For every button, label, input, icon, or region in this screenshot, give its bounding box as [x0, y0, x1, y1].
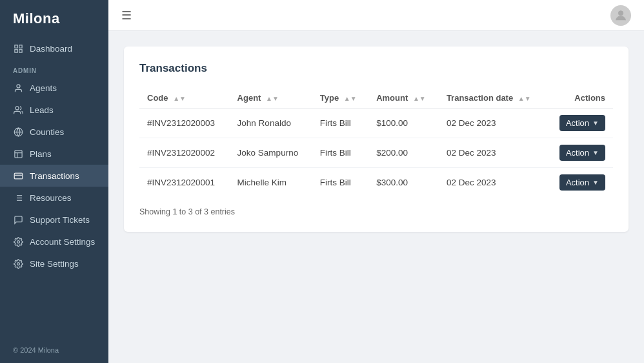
cell-type-0: Firts Bill [312, 109, 368, 138]
cell-type-2: Firts Bill [312, 168, 368, 198]
col-code: Code ▲▼ [139, 88, 230, 109]
svg-rect-7 [14, 150, 21, 157]
counties-icon [13, 127, 23, 137]
sidebar: Milona Dashboard Admin Agents Leads Coun… [0, 0, 108, 363]
svg-rect-3 [19, 49, 21, 52]
sidebar-item-transactions[interactable]: Transactions [0, 165, 108, 187]
sidebar-item-counties[interactable]: Counties [0, 121, 108, 143]
sidebar-item-dashboard[interactable]: Dashboard [0, 37, 108, 59]
sort-icon-agent[interactable]: ▲▼ [266, 95, 279, 102]
svg-rect-0 [14, 45, 17, 47]
cell-code-0: #INV2312020003 [139, 109, 230, 138]
cell-agent-0: John Ronaldo [230, 109, 312, 138]
sidebar-item-plans-label: Plans [30, 149, 52, 159]
plans-icon [13, 149, 23, 159]
account-settings-icon [13, 236, 23, 247]
agents-icon [13, 83, 23, 93]
content: Transactions Code ▲▼ Agent ▲▼ Type [108, 31, 644, 363]
sidebar-item-resources-label: Resources [30, 193, 72, 203]
dashboard-icon [13, 43, 23, 54]
sidebar-item-plans[interactable]: Plans [0, 143, 108, 165]
action-button-0[interactable]: Action ▼ [559, 115, 605, 131]
action-button-2[interactable]: Action ▼ [559, 174, 605, 191]
sidebar-item-agents[interactable]: Agents [0, 77, 108, 99]
transactions-icon [13, 171, 23, 181]
sidebar-item-dashboard-label: Dashboard [30, 44, 72, 54]
table-row: #INV2312020002 Joko Sampurno Firts Bill … [139, 138, 613, 168]
hamburger-button[interactable]: ☰ [121, 8, 132, 23]
sort-icon-amount[interactable]: ▲▼ [413, 95, 426, 102]
svg-rect-1 [19, 45, 21, 47]
avatar[interactable] [610, 5, 631, 26]
cell-amount-1: $200.00 [368, 138, 439, 168]
transactions-card: Transactions Code ▲▼ Agent ▲▼ Type [124, 47, 629, 232]
cell-date-2: 02 Dec 2023 [439, 168, 547, 198]
sidebar-item-support-tickets-label: Support Tickets [30, 215, 90, 225]
action-dropdown-arrow-1: ▼ [592, 149, 599, 156]
sort-icon-code[interactable]: ▲▼ [173, 95, 186, 102]
cell-date-0: 02 Dec 2023 [439, 109, 547, 138]
cell-amount-2: $300.00 [368, 168, 439, 198]
col-amount: Amount ▲▼ [368, 88, 439, 109]
cell-actions-1: Action ▼ [547, 138, 613, 168]
cell-agent-2: Michelle Kim [230, 168, 312, 198]
sidebar-item-account-settings[interactable]: Account Settings [0, 231, 108, 253]
svg-point-17 [618, 10, 623, 15]
cell-type-1: Firts Bill [312, 138, 368, 168]
svg-point-4 [17, 84, 20, 87]
sidebar-item-account-settings-label: Account Settings [30, 237, 95, 247]
sidebar-item-leads-label: Leads [30, 105, 54, 115]
svg-rect-2 [14, 49, 17, 52]
table-footer: Showing 1 to 3 of 3 entries [139, 207, 613, 216]
topbar: ☰ [108, 0, 644, 31]
col-type: Type ▲▼ [312, 88, 368, 109]
main-area: ☰ Transactions Code ▲▼ Agent [108, 0, 644, 363]
sidebar-section-admin: Admin [0, 59, 108, 77]
resources-icon [13, 192, 23, 203]
sort-icon-date[interactable]: ▲▼ [518, 95, 531, 102]
sidebar-item-agents-label: Agents [30, 83, 57, 93]
cell-actions-0: Action ▼ [547, 109, 613, 138]
action-button-1[interactable]: Action ▼ [559, 145, 605, 161]
svg-point-5 [15, 106, 19, 109]
sort-icon-type[interactable]: ▲▼ [344, 95, 357, 102]
transactions-table: Code ▲▼ Agent ▲▼ Type ▲▼ Amount [139, 88, 613, 197]
col-agent: Agent ▲▼ [230, 88, 312, 109]
table-row: #INV2312020003 John Ronaldo Firts Bill $… [139, 109, 613, 138]
sidebar-item-leads[interactable]: Leads [0, 99, 108, 121]
sidebar-item-transactions-label: Transactions [30, 171, 79, 181]
col-actions: Actions [547, 88, 613, 109]
action-dropdown-arrow-0: ▼ [592, 119, 599, 127]
cell-agent-1: Joko Sampurno [230, 138, 312, 168]
sidebar-item-site-settings[interactable]: Site Settings [0, 253, 108, 275]
leads-icon [13, 105, 23, 115]
copyright: © 2024 Milona [0, 337, 108, 363]
svg-point-16 [17, 262, 19, 265]
col-transaction-date: Transaction date ▲▼ [439, 88, 547, 109]
cell-code-1: #INV2312020002 [139, 138, 230, 168]
sidebar-item-support-tickets[interactable]: Support Tickets [0, 209, 108, 231]
sidebar-item-counties-label: Counties [30, 127, 64, 137]
table-row: #INV2312020001 Michelle Kim Firts Bill $… [139, 168, 613, 198]
sidebar-item-site-settings-label: Site Settings [30, 259, 79, 269]
card-title: Transactions [139, 62, 613, 75]
cell-date-1: 02 Dec 2023 [439, 138, 547, 168]
sidebar-item-resources[interactable]: Resources [0, 187, 108, 209]
cell-actions-2: Action ▼ [547, 168, 613, 198]
cell-amount-0: $100.00 [368, 109, 439, 138]
support-icon [13, 214, 23, 225]
cell-code-2: #INV2312020001 [139, 168, 230, 198]
app-logo: Milona [0, 0, 108, 37]
site-settings-icon [13, 258, 23, 269]
svg-rect-8 [14, 173, 23, 179]
svg-point-15 [17, 240, 19, 243]
action-dropdown-arrow-2: ▼ [592, 179, 599, 186]
